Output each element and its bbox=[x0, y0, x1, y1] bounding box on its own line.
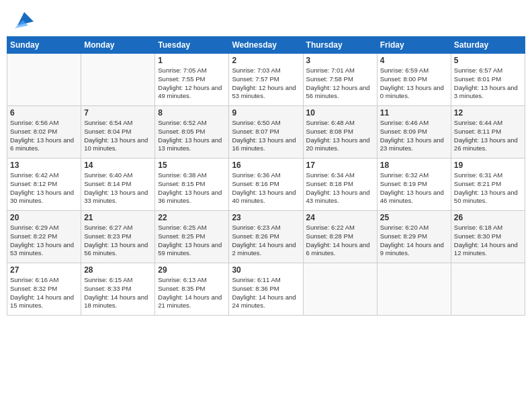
calendar-cell: 8Sunrise: 6:52 AM Sunset: 8:05 PM Daylig… bbox=[155, 106, 229, 158]
day-number: 21 bbox=[84, 213, 152, 222]
calendar-cell: 6Sunrise: 6:56 AM Sunset: 8:02 PM Daylig… bbox=[7, 106, 81, 158]
day-info: Sunrise: 6:11 AM Sunset: 8:36 PM Dayligh… bbox=[232, 276, 300, 310]
day-info: Sunrise: 7:01 AM Sunset: 7:58 PM Dayligh… bbox=[306, 66, 374, 101]
calendar-cell: 12Sunrise: 6:44 AM Sunset: 8:11 PM Dayli… bbox=[451, 106, 525, 158]
calendar-cell bbox=[377, 263, 451, 316]
day-number: 22 bbox=[158, 213, 226, 222]
day-number: 24 bbox=[306, 213, 374, 222]
day-number: 10 bbox=[306, 108, 374, 118]
header bbox=[7, 7, 525, 31]
day-info: Sunrise: 6:42 AM Sunset: 8:12 PM Dayligh… bbox=[10, 171, 78, 205]
day-number: 11 bbox=[380, 108, 448, 118]
day-number: 9 bbox=[232, 108, 300, 118]
calendar-cell: 3Sunrise: 7:01 AM Sunset: 7:58 PM Daylig… bbox=[303, 54, 377, 106]
day-number: 3 bbox=[306, 56, 374, 65]
calendar-cell: 1Sunrise: 7:05 AM Sunset: 7:55 PM Daylig… bbox=[155, 54, 229, 106]
day-number: 13 bbox=[10, 161, 78, 170]
calendar-cell: 21Sunrise: 6:27 AM Sunset: 8:23 PM Dayli… bbox=[81, 211, 155, 263]
calendar-cell: 5Sunrise: 6:57 AM Sunset: 8:01 PM Daylig… bbox=[451, 54, 525, 106]
day-info: Sunrise: 6:57 AM Sunset: 8:01 PM Dayligh… bbox=[454, 66, 522, 101]
day-number: 6 bbox=[10, 108, 78, 118]
day-number: 27 bbox=[10, 265, 78, 275]
day-info: Sunrise: 6:31 AM Sunset: 8:21 PM Dayligh… bbox=[454, 171, 522, 205]
day-info: Sunrise: 6:34 AM Sunset: 8:18 PM Dayligh… bbox=[306, 171, 374, 205]
weekday-header: Saturday bbox=[451, 37, 525, 54]
calendar-week-row: 13Sunrise: 6:42 AM Sunset: 8:12 PM Dayli… bbox=[7, 158, 525, 211]
day-info: Sunrise: 6:54 AM Sunset: 8:04 PM Dayligh… bbox=[84, 119, 152, 153]
day-info: Sunrise: 6:18 AM Sunset: 8:30 PM Dayligh… bbox=[454, 224, 522, 258]
day-number: 18 bbox=[380, 161, 448, 170]
day-info: Sunrise: 6:22 AM Sunset: 8:28 PM Dayligh… bbox=[306, 224, 374, 258]
weekday-header: Monday bbox=[81, 37, 155, 54]
weekday-header: Thursday bbox=[303, 37, 377, 54]
calendar-cell: 26Sunrise: 6:18 AM Sunset: 8:30 PM Dayli… bbox=[451, 211, 525, 263]
calendar: SundayMondayTuesdayWednesdayThursdayFrid… bbox=[7, 36, 525, 316]
page: SundayMondayTuesdayWednesdayThursdayFrid… bbox=[0, 0, 532, 411]
logo-icon bbox=[15, 9, 34, 28]
day-number: 17 bbox=[306, 161, 374, 170]
day-number: 29 bbox=[158, 265, 226, 275]
calendar-cell: 16Sunrise: 6:36 AM Sunset: 8:16 PM Dayli… bbox=[229, 158, 303, 211]
calendar-cell: 7Sunrise: 6:54 AM Sunset: 8:04 PM Daylig… bbox=[81, 106, 155, 158]
day-info: Sunrise: 6:36 AM Sunset: 8:16 PM Dayligh… bbox=[232, 171, 300, 205]
calendar-cell: 17Sunrise: 6:34 AM Sunset: 8:18 PM Dayli… bbox=[303, 158, 377, 211]
day-number: 14 bbox=[84, 161, 152, 170]
day-number: 12 bbox=[454, 108, 522, 118]
day-info: Sunrise: 6:16 AM Sunset: 8:32 PM Dayligh… bbox=[10, 276, 78, 310]
day-info: Sunrise: 6:46 AM Sunset: 8:09 PM Dayligh… bbox=[380, 119, 448, 153]
day-info: Sunrise: 6:29 AM Sunset: 8:22 PM Dayligh… bbox=[10, 224, 78, 258]
day-number: 25 bbox=[380, 213, 448, 222]
calendar-cell: 18Sunrise: 6:32 AM Sunset: 8:19 PM Dayli… bbox=[377, 158, 451, 211]
day-number: 28 bbox=[84, 265, 152, 275]
logo bbox=[12, 9, 34, 28]
day-info: Sunrise: 6:48 AM Sunset: 8:08 PM Dayligh… bbox=[306, 119, 374, 153]
day-info: Sunrise: 6:52 AM Sunset: 8:05 PM Dayligh… bbox=[158, 119, 226, 153]
day-info: Sunrise: 6:20 AM Sunset: 8:29 PM Dayligh… bbox=[380, 224, 448, 258]
day-info: Sunrise: 6:32 AM Sunset: 8:19 PM Dayligh… bbox=[380, 171, 448, 205]
day-number: 8 bbox=[158, 108, 226, 118]
calendar-cell: 25Sunrise: 6:20 AM Sunset: 8:29 PM Dayli… bbox=[377, 211, 451, 263]
day-number: 19 bbox=[454, 161, 522, 170]
calendar-week-row: 20Sunrise: 6:29 AM Sunset: 8:22 PM Dayli… bbox=[7, 211, 525, 263]
day-number: 5 bbox=[454, 56, 522, 65]
day-number: 1 bbox=[158, 56, 226, 65]
day-info: Sunrise: 6:56 AM Sunset: 8:02 PM Dayligh… bbox=[10, 119, 78, 153]
calendar-week-row: 27Sunrise: 6:16 AM Sunset: 8:32 PM Dayli… bbox=[7, 263, 525, 316]
day-info: Sunrise: 6:15 AM Sunset: 8:33 PM Dayligh… bbox=[84, 276, 152, 310]
day-info: Sunrise: 6:59 AM Sunset: 8:00 PM Dayligh… bbox=[380, 66, 448, 101]
day-number: 20 bbox=[10, 213, 78, 222]
day-info: Sunrise: 6:27 AM Sunset: 8:23 PM Dayligh… bbox=[84, 224, 152, 258]
calendar-cell: 20Sunrise: 6:29 AM Sunset: 8:22 PM Dayli… bbox=[7, 211, 81, 263]
calendar-cell bbox=[81, 54, 155, 106]
day-number: 2 bbox=[232, 56, 300, 65]
day-number: 23 bbox=[232, 213, 300, 222]
day-number: 26 bbox=[454, 213, 522, 222]
weekday-header: Wednesday bbox=[229, 37, 303, 54]
calendar-cell: 15Sunrise: 6:38 AM Sunset: 8:15 PM Dayli… bbox=[155, 158, 229, 211]
calendar-cell: 9Sunrise: 6:50 AM Sunset: 8:07 PM Daylig… bbox=[229, 106, 303, 158]
calendar-cell: 14Sunrise: 6:40 AM Sunset: 8:14 PM Dayli… bbox=[81, 158, 155, 211]
calendar-cell: 23Sunrise: 6:23 AM Sunset: 8:26 PM Dayli… bbox=[229, 211, 303, 263]
weekday-header: Friday bbox=[377, 37, 451, 54]
calendar-cell bbox=[7, 54, 81, 106]
calendar-cell: 13Sunrise: 6:42 AM Sunset: 8:12 PM Dayli… bbox=[7, 158, 81, 211]
weekday-header-row: SundayMondayTuesdayWednesdayThursdayFrid… bbox=[7, 37, 525, 54]
day-info: Sunrise: 6:40 AM Sunset: 8:14 PM Dayligh… bbox=[84, 171, 152, 205]
calendar-cell: 19Sunrise: 6:31 AM Sunset: 8:21 PM Dayli… bbox=[451, 158, 525, 211]
day-info: Sunrise: 6:50 AM Sunset: 8:07 PM Dayligh… bbox=[232, 119, 300, 153]
calendar-cell: 11Sunrise: 6:46 AM Sunset: 8:09 PM Dayli… bbox=[377, 106, 451, 158]
calendar-cell: 24Sunrise: 6:22 AM Sunset: 8:28 PM Dayli… bbox=[303, 211, 377, 263]
calendar-cell bbox=[451, 263, 525, 316]
day-number: 7 bbox=[84, 108, 152, 118]
calendar-cell: 2Sunrise: 7:03 AM Sunset: 7:57 PM Daylig… bbox=[229, 54, 303, 106]
day-info: Sunrise: 6:38 AM Sunset: 8:15 PM Dayligh… bbox=[158, 171, 226, 205]
calendar-cell: 4Sunrise: 6:59 AM Sunset: 8:00 PM Daylig… bbox=[377, 54, 451, 106]
calendar-cell: 29Sunrise: 6:13 AM Sunset: 8:35 PM Dayli… bbox=[155, 263, 229, 316]
day-info: Sunrise: 6:25 AM Sunset: 8:25 PM Dayligh… bbox=[158, 224, 226, 258]
day-info: Sunrise: 6:23 AM Sunset: 8:26 PM Dayligh… bbox=[232, 224, 300, 258]
calendar-cell: 27Sunrise: 6:16 AM Sunset: 8:32 PM Dayli… bbox=[7, 263, 81, 316]
calendar-cell: 28Sunrise: 6:15 AM Sunset: 8:33 PM Dayli… bbox=[81, 263, 155, 316]
day-number: 4 bbox=[380, 56, 448, 65]
weekday-header: Tuesday bbox=[155, 37, 229, 54]
calendar-cell bbox=[303, 263, 377, 316]
